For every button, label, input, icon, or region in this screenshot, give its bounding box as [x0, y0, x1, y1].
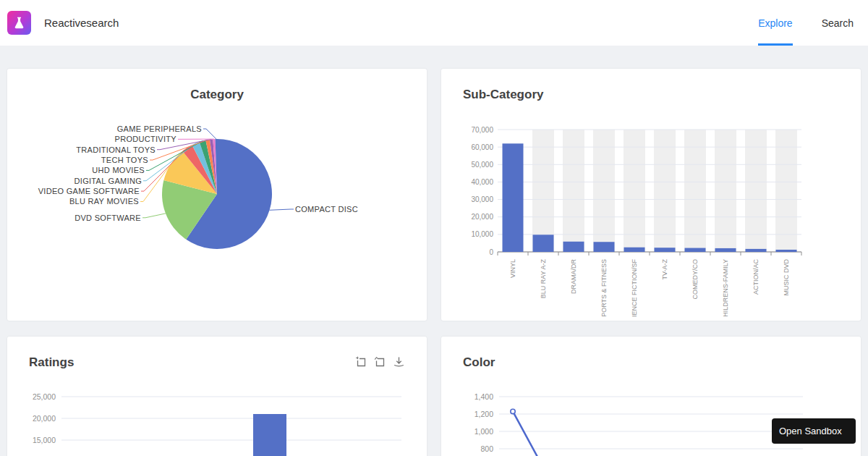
y-axis-tick-label: 1,000: [475, 427, 493, 436]
clear-select-icon[interactable]: [374, 356, 386, 368]
bar: [503, 143, 524, 252]
nav-tab-search-label: Search: [822, 17, 854, 29]
column-band: [684, 130, 706, 252]
column-band: [715, 130, 736, 252]
pie-label: TRADITIONAL TOYS: [76, 145, 156, 154]
pie-label-line: [203, 129, 216, 139]
chart-toolbox: [355, 356, 405, 368]
subcategory-card: Sub-Category 010,00020,00030,00040,00050…: [441, 69, 861, 321]
column-band: [624, 130, 645, 252]
bar: [533, 235, 554, 252]
y-axis-tick-label: 60,000: [471, 143, 493, 151]
color-card-title: Color: [441, 337, 861, 371]
subcategory-card-title: Sub-Category: [441, 69, 861, 103]
data-point-marker: [511, 409, 515, 413]
pie-label: BLU RAY MOVIES: [69, 197, 139, 206]
pie-label: COMPACT DISC: [295, 205, 358, 214]
category-card: Category COMPACT DISCDVD SOFTWAREBLU RAY…: [7, 69, 427, 321]
nav-tab-explore-label: Explore: [758, 17, 792, 29]
y-axis-tick-label: 1,400: [475, 392, 493, 401]
pie-label: DVD SOFTWARE: [75, 214, 141, 222]
download-icon[interactable]: [393, 356, 405, 368]
active-tab-underline: [758, 43, 792, 46]
column-band: [775, 130, 797, 252]
brand-name: Reactivesearch: [44, 17, 119, 29]
y-axis-tick-label: 50,000: [471, 161, 493, 169]
open-sandbox-button[interactable]: Open Sandbox: [772, 418, 856, 444]
x-axis-tick-label: MUSIC DVD: [783, 259, 790, 296]
bar: [776, 250, 797, 252]
pie-label: TECH TOYS: [101, 156, 148, 164]
y-axis-tick-label: 40,000: [471, 178, 493, 186]
pie-label: UHD MOVIES: [92, 166, 145, 174]
column-band: [563, 130, 584, 252]
pie-label: DIGITAL GAMING: [75, 177, 142, 185]
y-axis-tick-label: 70,000: [471, 126, 493, 134]
x-axis-tick-label: VINYL: [509, 259, 516, 278]
box-select-icon[interactable]: [355, 356, 367, 368]
x-axis-tick-label: HILDRENS-FAMILY: [722, 259, 729, 317]
x-axis-tick-label: IENCE FICTION/SF: [631, 259, 638, 318]
pie-label: GAME PERIPHERALS: [117, 124, 202, 133]
pie-label-line: [142, 214, 166, 218]
y-axis-tick-label: 10,000: [471, 230, 493, 238]
x-axis-tick-label: TV-A-Z: [661, 258, 668, 279]
column-band: [745, 130, 767, 252]
ratings-card-title: Ratings: [29, 354, 74, 371]
category-pie-chart[interactable]: COMPACT DISCDVD SOFTWAREBLU RAY MOVIESVI…: [7, 69, 427, 321]
bar: [715, 248, 736, 252]
bar: [685, 248, 706, 252]
reactivesearch-logo-icon: [7, 11, 31, 35]
bar: [253, 414, 286, 456]
subcategory-bar-chart[interactable]: 010,00020,00030,00040,00050,00060,00070,…: [441, 69, 861, 321]
x-axis-tick-label: ACTION/AC: [752, 259, 760, 295]
ratings-card: Ratings 25,00020,00015,000: [7, 337, 427, 456]
y-axis-tick-label: 0: [489, 248, 493, 256]
y-axis-tick-label: 20,000: [471, 213, 493, 221]
x-axis-tick-label: DRAMA/DR: [570, 259, 577, 295]
bar: [655, 248, 676, 252]
y-axis-tick-label: 15,000: [33, 436, 56, 444]
nav-tab-search[interactable]: Search: [822, 0, 854, 46]
bar: [746, 249, 767, 252]
line-series: [513, 411, 542, 456]
y-axis-tick-label: 25,000: [33, 392, 56, 401]
column-band: [654, 130, 676, 252]
pie-label: VIDEO GAME SOFTWARE: [38, 187, 140, 195]
category-card-title: Category: [7, 69, 427, 103]
bar: [624, 248, 645, 252]
x-axis-tick-label: PORTS & FITNESS: [600, 259, 608, 317]
pie-label: PRODUCTIVITY: [115, 135, 177, 143]
nav-tab-explore[interactable]: Explore: [758, 0, 792, 46]
column-band: [532, 130, 554, 252]
x-axis-tick-label: BLU RAY A-Z: [540, 259, 547, 299]
y-axis-tick-label: 30,000: [471, 195, 493, 203]
bar: [563, 242, 584, 252]
column-band: [593, 130, 615, 252]
bar: [594, 242, 615, 252]
y-axis-tick-label: 800: [480, 444, 493, 453]
y-axis-tick-label: 1,200: [475, 410, 493, 418]
app-header: Reactivesearch Explore Search: [0, 0, 868, 46]
pie-label-line: [270, 209, 294, 210]
y-axis-tick-label: 20,000: [33, 414, 56, 423]
brand-link[interactable]: Reactivesearch: [7, 11, 119, 35]
x-axis-tick-label: COMEDY/CO: [692, 259, 699, 300]
header-nav: Explore Search: [729, 0, 854, 46]
